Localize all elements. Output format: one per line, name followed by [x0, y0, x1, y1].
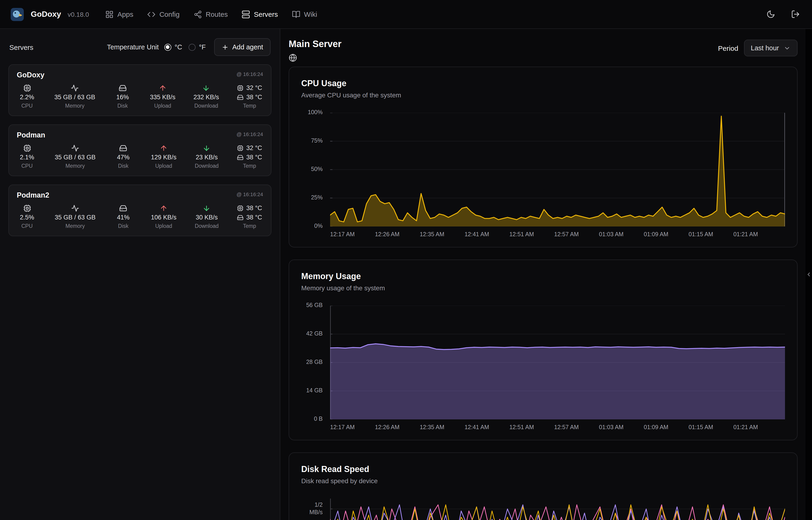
stat-cpu: 2.1% CPU	[18, 144, 36, 169]
upload-label: Upload	[154, 103, 171, 109]
stat-disk: 47% Disk	[114, 144, 133, 169]
disk-value: 16%	[116, 93, 129, 102]
cpu-usage-chart	[330, 113, 785, 227]
cpu-icon	[23, 204, 31, 212]
stat-temp: 32 °C 38 °C Temp	[237, 84, 262, 109]
server-card-podman[interactable]: Podman @ 16:16:24 2.1% CPU 35 GB / 63 GB…	[8, 124, 272, 176]
x-tick-label: 01:15 AM	[689, 424, 713, 432]
memory-label: Memory	[65, 103, 84, 109]
cpu-label: CPU	[21, 223, 33, 229]
x-tick-label: 01:21 AM	[733, 231, 758, 239]
hard-drive-icon	[237, 153, 244, 162]
x-tick-label: 12:51 AM	[509, 231, 534, 239]
server-stats: 2.5% CPU 35 GB / 63 GB Memory 41% Disk	[17, 204, 263, 229]
cpu-label: CPU	[21, 103, 33, 109]
cpu-temp-value: 32 °C	[246, 84, 262, 92]
cpu-usage-plot	[330, 113, 785, 227]
disk-read-speed-chart	[330, 499, 785, 520]
activity-icon	[71, 144, 79, 152]
server-name: Podman	[17, 131, 45, 139]
x-tick-label: 12:35 AM	[420, 424, 444, 432]
celsius-radio-option[interactable]: °C	[164, 43, 182, 51]
temperature-unit-label: Temperature Unit	[107, 43, 159, 51]
x-tick-label: 12:17 AM	[330, 424, 355, 432]
download-label: Download	[195, 223, 219, 229]
sidebar-header: Servers Temperature Unit °C °F Add agent	[9, 38, 271, 56]
y-tick-label: 50%	[311, 166, 323, 173]
temp-label: Temp	[243, 103, 256, 109]
x-tick-label: 12:26 AM	[375, 424, 399, 432]
add-agent-button[interactable]: Add agent	[214, 38, 271, 56]
chevron-down-icon	[784, 45, 791, 51]
nav-item-label: Routes	[205, 10, 228, 18]
x-tick-label: 12:41 AM	[465, 424, 489, 432]
nav-item-config[interactable]: Config	[147, 10, 180, 19]
download-label: Download	[194, 103, 218, 109]
x-tick-label: 01:15 AM	[689, 231, 713, 239]
nav-item-apps[interactable]: Apps	[105, 10, 133, 19]
disk-label: Disk	[118, 163, 129, 169]
panel-collapse-handle[interactable]	[806, 271, 812, 278]
brand-name: GoDoxy	[31, 9, 61, 19]
share-icon	[193, 10, 202, 19]
period-label: Period	[718, 44, 738, 52]
y-tick-label: 14 GB	[306, 387, 323, 394]
x-tick-label: 12:57 AM	[554, 424, 579, 432]
fahrenheit-radio-option[interactable]: °F	[189, 43, 205, 51]
x-tick-label: 12:51 AM	[509, 424, 534, 432]
y-tick-label: 56 GB	[306, 302, 323, 309]
stat-memory: 35 GB / 63 GB Memory	[54, 84, 95, 109]
server-updated-time: @ 16:16:24	[236, 71, 263, 77]
download-value: 30 KB/s	[196, 213, 218, 222]
fahrenheit-radio[interactable]	[189, 44, 196, 51]
download-label: Download	[195, 163, 219, 169]
disk-value: 47%	[117, 153, 130, 162]
server-card-godoxy[interactable]: GoDoxy @ 16:16:24 2.2% CPU 35 GB / 63 GB…	[8, 64, 272, 116]
nav-item-routes[interactable]: Routes	[193, 10, 228, 19]
godoxy-logo	[10, 7, 24, 21]
cpu-value: 2.1%	[20, 153, 34, 162]
nav-item-wiki[interactable]: Wiki	[292, 10, 317, 19]
cpu-temp-value: 32 °C	[246, 144, 262, 152]
server-card-podman2[interactable]: Podman2 @ 16:16:24 2.5% CPU 35 GB / 63 G…	[8, 184, 272, 236]
book-icon	[292, 10, 300, 19]
x-tick-label: 12:57 AM	[554, 231, 579, 239]
server-address-button[interactable]	[289, 54, 341, 62]
x-tick-label: 01:09 AM	[644, 424, 668, 432]
memory-value: 35 GB / 63 GB	[55, 213, 96, 222]
memory-label: Memory	[65, 163, 85, 169]
chart-title: Disk Read Speed	[301, 464, 785, 474]
download-arrow-icon	[203, 204, 211, 212]
logout-icon	[791, 10, 800, 19]
cpu-icon	[237, 84, 244, 92]
y-tick-label: 28 GB	[306, 359, 323, 366]
main-content: Main Server Period Last hour CPU Usage A…	[280, 29, 806, 520]
y-axis: 56 GB42 GB28 GB14 GB0 B	[301, 306, 326, 419]
memory-usage-plot	[330, 306, 785, 419]
chart-title: Memory Usage	[301, 271, 785, 281]
upload-label: Upload	[155, 223, 172, 229]
disk-label: Disk	[118, 223, 129, 229]
logout-button[interactable]	[791, 10, 800, 19]
disk-temp-value: 38 °C	[246, 213, 262, 222]
download-arrow-icon	[202, 84, 210, 92]
chart-subtitle: Average CPU usage of the system	[301, 91, 785, 99]
fahrenheit-label: °F	[199, 43, 205, 51]
stat-upload: 129 KB/s Upload	[151, 144, 176, 169]
chart-subtitle: Memory usage of the system	[301, 284, 785, 292]
disk-read-speed-chart-card: Disk Read Speed Disk read speed by devic…	[289, 452, 797, 520]
memory-label: Memory	[65, 223, 85, 229]
theme-toggle-button[interactable]	[766, 10, 775, 19]
globe-icon	[289, 54, 297, 62]
celsius-label: °C	[175, 43, 182, 51]
add-agent-label: Add agent	[232, 43, 263, 51]
nav-item-servers[interactable]: Servers	[242, 10, 278, 19]
brand-version: v0.18.0	[67, 10, 89, 18]
celsius-radio[interactable]	[164, 44, 171, 51]
cpu-value: 2.2%	[20, 93, 34, 102]
period-select[interactable]: Last hour	[744, 40, 797, 56]
x-tick-label: 12:41 AM	[465, 231, 489, 239]
y-axis: 1/2 MB/s	[301, 499, 326, 520]
server-name: GoDoxy	[17, 71, 45, 79]
server-name: Podman2	[17, 191, 49, 200]
